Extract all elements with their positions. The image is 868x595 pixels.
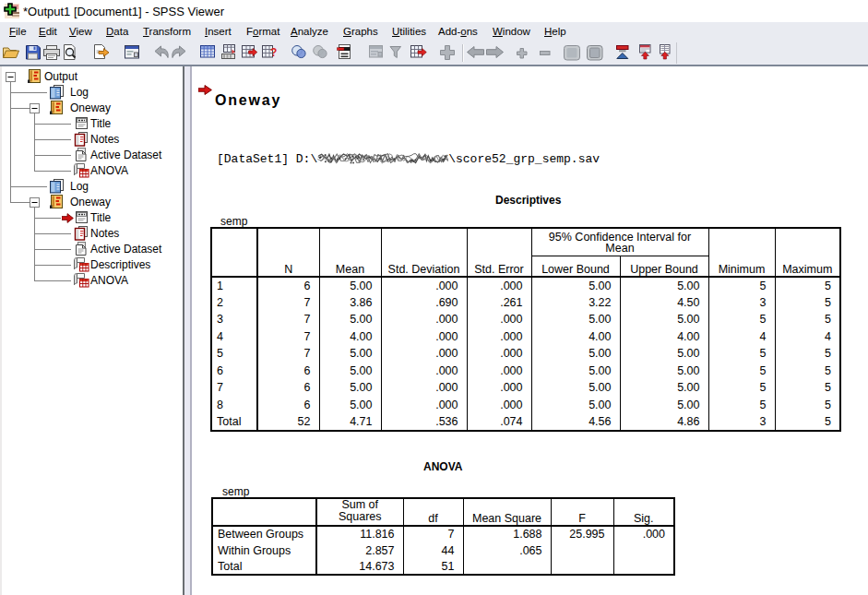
svg-text:?: ? <box>270 46 277 59</box>
